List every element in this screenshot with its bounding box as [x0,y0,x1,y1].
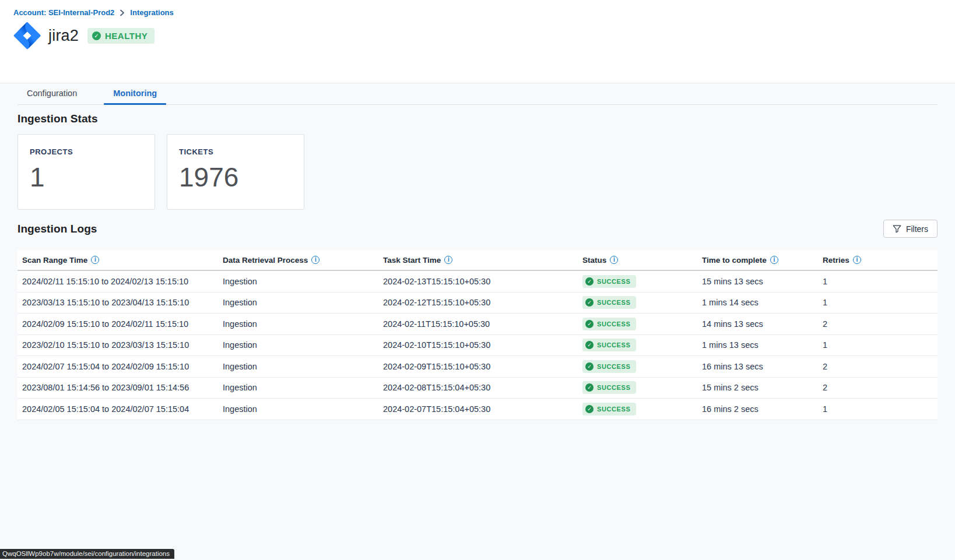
filter-funnel-icon [893,225,901,233]
task-start-cell: 2024-02-07T15:15:04+05:30 [378,404,578,414]
status-label: SUCCESS [597,363,630,370]
col-header-task-start-time: Task Start Time i [378,250,578,270]
status-badge: ✓ SUCCESS [582,296,636,309]
stat-label: PROJECTS [30,147,143,156]
health-badge-label: HEALTHY [105,31,148,41]
tab-bar: Configuration Monitoring [17,83,938,105]
retries-cell: 1 [818,404,938,414]
breadcrumb-integrations-link[interactable]: Integrations [130,8,173,17]
status-cell: ✓ SUCCESS [578,381,697,394]
status-label: SUCCESS [597,299,630,306]
info-icon[interactable]: i [444,256,452,264]
scan-range-cell: 2024/02/05 15:15:04 to 2024/02/07 15:15:… [17,404,218,414]
log-table-row[interactable]: 2024/02/09 15:15:10 to 2024/02/11 15:15:… [17,314,938,335]
ingestion-stats-heading: Ingestion Stats [17,112,938,125]
scan-range-cell: 2024/02/11 15:15:10 to 2024/02/13 15:15:… [17,277,218,286]
log-table-row[interactable]: 2023/03/13 15:15:10 to 2023/04/13 15:15:… [17,293,938,314]
stat-card-projects: PROJECTS 1 [17,134,155,210]
time-to-complete-cell: 16 mins 2 secs [697,404,818,414]
retries-cell: 1 [818,277,938,286]
process-cell: Ingestion [218,383,378,392]
breadcrumb-chevron-icon [120,9,125,16]
filters-button[interactable]: Filters [883,220,938,238]
status-cell: ✓ SUCCESS [578,318,697,330]
task-start-cell: 2024-02-08T15:15:04+05:30 [378,383,578,392]
stat-label: TICKETS [179,147,292,156]
page-header: Account: SEI-Internal-Prod2 Integrations [0,0,955,83]
log-table-row[interactable]: 2024/02/07 15:15:04 to 2024/02/09 15:15:… [17,356,938,378]
log-table-row[interactable]: 2023/08/01 15:14:56 to 2023/09/01 15:14:… [17,378,938,399]
task-start-cell: 2024-02-13T15:15:10+05:30 [378,277,578,286]
col-header-data-retrieval-process: Data Retrieval Process i [218,250,378,270]
ingestion-logs-header-row: Ingestion Logs Filters [17,220,938,238]
task-start-cell: 2024-02-10T15:15:10+05:30 [378,340,578,350]
log-table-row[interactable]: 2023/02/10 15:15:10 to 2023/03/13 15:15:… [17,335,938,357]
integration-title-row: jira2 ✓ HEALTHY [13,22,941,50]
status-cell: ✓ SUCCESS [578,403,697,415]
success-check-icon: ✓ [585,277,594,286]
breadcrumb: Account: SEI-Internal-Prod2 Integrations [13,8,941,17]
status-label: SUCCESS [597,320,630,327]
filters-button-label: Filters [906,224,928,234]
info-icon[interactable]: i [770,256,778,264]
health-badge: ✓ HEALTHY [87,28,155,44]
ingestion-logs-table: Scan Range Time i Data Retrieval Process… [17,250,938,420]
retries-cell: 2 [818,362,938,371]
info-icon[interactable]: i [311,256,319,264]
info-icon[interactable]: i [610,256,618,264]
retries-cell: 1 [818,340,938,350]
col-header-scan-range-time: Scan Range Time i [17,250,218,270]
task-start-cell: 2024-02-12T15:15:10+05:30 [378,298,578,307]
scan-range-cell: 2024/02/07 15:15:04 to 2024/02/09 15:15:… [17,362,218,371]
col-header-time-to-complete: Time to complete i [697,250,818,270]
time-to-complete-cell: 15 mins 2 secs [697,383,818,392]
tab-monitoring[interactable]: Monitoring [104,83,166,104]
process-cell: Ingestion [218,277,378,286]
status-label: SUCCESS [597,341,630,348]
task-start-cell: 2024-02-11T15:15:10+05:30 [378,319,578,329]
process-cell: Ingestion [218,362,378,371]
breadcrumb-account-link[interactable]: Account: SEI-Internal-Prod2 [13,8,114,17]
scan-range-cell: 2023/03/13 15:15:10 to 2023/04/13 15:15:… [17,298,218,307]
jira-logo-icon [13,22,41,50]
status-cell: ✓ SUCCESS [578,275,697,288]
info-icon[interactable]: i [853,256,861,264]
tab-configuration[interactable]: Configuration [17,83,86,104]
stat-value: 1 [30,161,143,193]
process-cell: Ingestion [218,298,378,307]
status-cell: ✓ SUCCESS [578,296,697,309]
status-label: SUCCESS [597,384,630,391]
scan-range-cell: 2023/08/01 15:14:56 to 2023/09/01 15:14:… [17,383,218,392]
status-badge: ✓ SUCCESS [582,318,636,330]
status-badge: ✓ SUCCESS [582,381,636,394]
scan-range-cell: 2023/02/10 15:15:10 to 2023/03/13 15:15:… [17,340,218,350]
info-icon[interactable]: i [91,256,99,264]
status-badge: ✓ SUCCESS [582,275,636,288]
success-check-icon: ✓ [585,320,594,328]
time-to-complete-cell: 14 mins 13 secs [697,319,818,329]
status-badge: ✓ SUCCESS [582,403,636,415]
stat-cards: PROJECTS 1 TICKETS 1976 [17,134,938,210]
log-table-row[interactable]: 2024/02/05 15:15:04 to 2024/02/07 15:15:… [17,399,938,420]
process-cell: Ingestion [218,340,378,350]
task-start-cell: 2024-02-09T15:15:10+05:30 [378,362,578,371]
browser-status-bar: QwqOSllWp9ob7w/module/sei/configuration/… [0,549,174,559]
success-check-icon: ✓ [585,298,594,307]
log-table-row[interactable]: 2024/02/11 15:15:10 to 2024/02/13 15:15:… [17,271,938,293]
time-to-complete-cell: 16 mins 13 secs [697,362,818,371]
retries-cell: 2 [818,383,938,392]
status-cell: ✓ SUCCESS [578,360,697,373]
integration-title: jira2 [48,27,79,45]
status-badge: ✓ SUCCESS [582,360,636,373]
success-check-icon: ✓ [585,383,594,392]
ingestion-logs-heading: Ingestion Logs [17,223,97,235]
col-header-retries: Retries i [818,250,938,270]
time-to-complete-cell: 1 mins 14 secs [697,298,818,307]
status-label: SUCCESS [597,406,630,413]
stat-card-tickets: TICKETS 1976 [167,134,304,210]
retries-cell: 2 [818,319,938,329]
scan-range-cell: 2024/02/09 15:15:10 to 2024/02/11 15:15:… [17,319,218,329]
time-to-complete-cell: 1 mins 13 secs [697,340,818,350]
sei-integration-monitoring-page: Account: SEI-Internal-Prod2 Integrations [0,0,955,420]
time-to-complete-cell: 15 mins 13 secs [697,277,818,286]
